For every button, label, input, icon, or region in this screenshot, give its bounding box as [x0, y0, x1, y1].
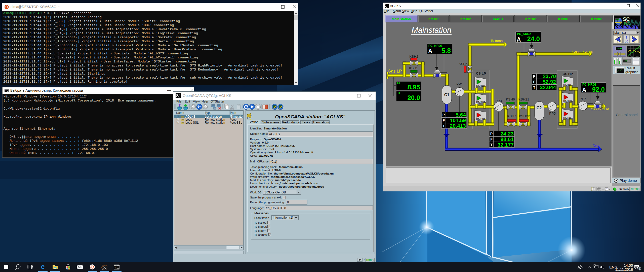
- svg-text:PP3: PP3: [495, 99, 502, 103]
- svg-text:32.044: 32.044: [540, 84, 556, 90]
- svg-text:20.0: 20.0: [407, 94, 420, 101]
- svg-text:24.23: 24.23: [500, 131, 514, 137]
- svg-text:24.0: 24.0: [527, 35, 540, 43]
- svg-text:C2: C2: [537, 106, 542, 110]
- svg-text:C1: C1: [444, 93, 450, 97]
- svg-text:CS LP: CS LP: [476, 72, 486, 75]
- svg-text:KM102: KM102: [563, 83, 572, 86]
- svg-text:P: P: [442, 113, 445, 117]
- svg-text:T: T: [442, 124, 445, 128]
- svg-text:Ti: Ti: [397, 91, 400, 95]
- svg-text:Gas to GHP: Gas to GHP: [591, 107, 609, 111]
- svg-text:KSH2: KSH2: [409, 55, 418, 58]
- svg-text:Gas LP: Gas LP: [388, 69, 402, 74]
- svg-text:KM101: KM101: [476, 84, 485, 87]
- svg-text:oscada.org: oscada.org: [615, 24, 639, 29]
- svg-text:P: P: [490, 132, 493, 136]
- svg-text:92.0: 92.0: [592, 86, 605, 93]
- svg-text:PP5: PP5: [549, 112, 556, 115]
- svg-text:101.59: 101.59: [450, 117, 466, 123]
- svg-text:Pi: Pi: [397, 81, 400, 85]
- svg-text:PC_KRD1: PC_KRD1: [428, 44, 442, 48]
- svg-text:4: 4: [638, 267, 640, 270]
- svg-text:KM302: KM302: [563, 116, 572, 119]
- svg-text:20.413: 20.413: [450, 123, 466, 129]
- svg-text:A: A: [582, 87, 586, 93]
- svg-text:F: F: [533, 80, 535, 84]
- svg-text:CS HP: CS HP: [562, 72, 573, 76]
- svg-text:10.95: 10.95: [616, 19, 620, 20]
- svg-text:PP7: PP7: [580, 97, 586, 101]
- svg-text:P: P: [533, 74, 535, 78]
- svg-text:C:\: C:\: [115, 265, 117, 266]
- svg-text:KSH22: KSH22: [519, 114, 530, 118]
- svg-text:KM201: KM201: [476, 101, 485, 104]
- svg-text:A: A: [428, 48, 432, 54]
- svg-text:PP1: PP1: [456, 82, 463, 86]
- svg-text:(2): (2): [625, 40, 628, 43]
- svg-text:8.95: 8.95: [407, 83, 420, 91]
- svg-text:1: 1: [626, 36, 627, 39]
- svg-text:Drop: Drop: [593, 144, 600, 148]
- svg-text:52.92: 52.92: [543, 79, 556, 85]
- svg-text:>_: >_: [114, 267, 117, 269]
- svg-text:KSH6: KSH6: [506, 97, 515, 101]
- svg-text:T: T: [490, 143, 493, 147]
- svg-text:11.11.2018: 11.11.2018: [615, 267, 633, 271]
- svg-text:e: e: [41, 263, 45, 270]
- svg-text:98.61: 98.61: [500, 136, 514, 142]
- svg-text:Mainstation: Mainstation: [412, 26, 452, 35]
- svg-text:KSH21: KSH21: [518, 97, 529, 101]
- svg-text:5.64: 5.64: [456, 112, 466, 118]
- svg-text:F: F: [490, 137, 493, 141]
- svg-text:14:00: 14:00: [624, 263, 633, 267]
- svg-text:F: F: [442, 118, 445, 122]
- svg-text:0.0000: 0.0000: [624, 60, 628, 62]
- svg-text:T: T: [533, 85, 535, 89]
- svg-text:KM301: KM301: [476, 118, 485, 121]
- svg-text:A: A: [517, 36, 521, 43]
- svg-text:KSH1: KSH1: [409, 66, 418, 70]
- svg-text:KSH7: KSH7: [507, 114, 516, 118]
- svg-text:32.177: 32.177: [498, 142, 514, 148]
- svg-text:KSH5: KSH5: [459, 62, 467, 66]
- svg-text:KM202: KM202: [563, 100, 572, 103]
- svg-text:23.70: 23.70: [543, 73, 556, 79]
- svg-text:Gas to Glinsk: Gas to Glinsk: [572, 50, 593, 54]
- svg-text:5.8: 5.8: [442, 47, 451, 54]
- svg-text:To torch: To torch: [491, 39, 503, 43]
- svg-text:10.95: 10.95: [616, 47, 622, 50]
